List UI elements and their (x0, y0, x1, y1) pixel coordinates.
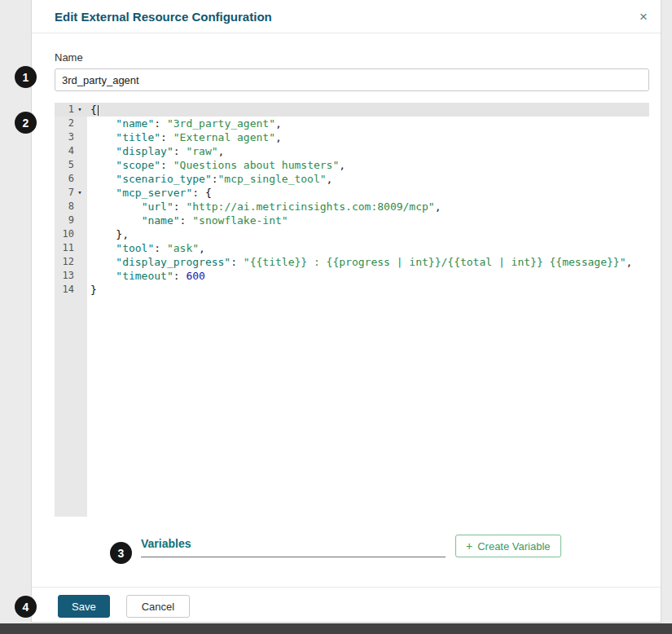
save-button[interactable]: Save (58, 595, 110, 618)
line-number-gutter: 6 (55, 172, 87, 186)
name-input[interactable] (55, 68, 649, 91)
editor-line[interactable]: 13 "timeout": 600 (55, 269, 649, 283)
close-icon[interactable]: × (639, 10, 648, 24)
code-line-text: { (87, 103, 99, 117)
editor-line[interactable]: 14} (55, 283, 649, 297)
line-number-gutter: 2 (55, 117, 87, 130)
code-line-text: "title": "External agent", (87, 130, 282, 144)
line-number: 6 (55, 172, 74, 186)
bottom-window-edge (0, 623, 672, 634)
dialog-footer: Save Cancel (32, 587, 661, 618)
line-number-gutter: 1▾ (55, 103, 87, 117)
callout-badge-2: 2 (15, 112, 37, 134)
code-line-text: "url": "http://ai.metricinsights.com:800… (87, 200, 441, 214)
code-line-text: "timeout": 600 (87, 269, 205, 283)
dialog-body: Name 1▾{2 "name": "3rd_party_agent",3 "t… (32, 33, 661, 557)
editor-line[interactable]: 12 "display_progress": "{{title}} : {{pr… (55, 255, 649, 269)
line-number: 12 (55, 255, 74, 269)
code-line-text: "display": "raw", (87, 144, 224, 158)
line-number: 4 (55, 144, 74, 158)
dialog-header: Edit External Resource Configuration × (32, 0, 661, 33)
line-number: 13 (55, 269, 74, 283)
line-number-gutter: 8 (55, 200, 87, 214)
variables-section: Variables + Create Variable (141, 535, 649, 557)
create-variable-label: Create Variable (477, 540, 550, 553)
line-number-gutter: 9 (55, 214, 87, 227)
callout-badge-4: 4 (15, 596, 37, 618)
editor-line[interactable]: 10 }, (55, 227, 649, 241)
line-number: 7 (55, 186, 74, 200)
editor-line[interactable]: 9 "name": "snowflake-int" (55, 214, 649, 227)
fold-arrow-icon[interactable]: ▾ (74, 186, 86, 200)
line-number-gutter: 14 (55, 283, 87, 297)
code-line-text: } (87, 283, 97, 297)
code-line-text: "name": "snowflake-int" (87, 214, 288, 227)
line-number-gutter: 4 (55, 144, 87, 158)
code-line-text: "scenario_type":"mcp_single_tool", (87, 172, 332, 186)
editor-line[interactable]: 6 "scenario_type":"mcp_single_tool", (55, 172, 649, 186)
line-number: 9 (55, 214, 74, 227)
code-line-text: "name": "3rd_party_agent", (87, 117, 282, 130)
editor-line[interactable]: 7▾ "mcp_server": { (55, 186, 649, 200)
code-line-text: "mcp_server": { (87, 186, 212, 200)
dialog-title: Edit External Resource Configuration (55, 10, 272, 24)
plus-icon: + (466, 540, 472, 552)
line-number-gutter: 3 (55, 130, 87, 144)
editor-line[interactable]: 5 "scope": "Questions about humsters", (55, 158, 649, 172)
callout-badge-3: 3 (110, 542, 132, 564)
text-cursor (98, 105, 99, 116)
line-number: 10 (55, 227, 74, 241)
variables-label: Variables (141, 537, 191, 550)
editor-lines: 1▾{2 "name": "3rd_party_agent",3 "title"… (55, 103, 649, 297)
fold-arrow-icon[interactable]: ▾ (74, 103, 86, 117)
code-line-text: }, (87, 227, 129, 241)
line-number: 5 (55, 158, 74, 172)
cancel-button[interactable]: Cancel (126, 595, 190, 618)
create-variable-button[interactable]: + Create Variable (455, 535, 561, 557)
editor-line[interactable]: 11 "tool": "ask", (55, 241, 649, 255)
line-number: 3 (55, 130, 74, 144)
name-label: Name (55, 51, 649, 64)
editor-line[interactable]: 1▾{ (55, 103, 649, 117)
callout-badge-1: 1 (15, 66, 37, 88)
line-number-gutter: 7▾ (55, 186, 87, 200)
editor-line[interactable]: 2 "name": "3rd_party_agent", (55, 117, 649, 130)
code-line-text: "tool": "ask", (87, 241, 205, 255)
editor-line[interactable]: 4 "display": "raw", (55, 144, 649, 158)
line-number-gutter: 12 (55, 255, 87, 269)
json-config-editor[interactable]: 1▾{2 "name": "3rd_party_agent",3 "title"… (55, 103, 649, 517)
code-line-text: "display_progress": "{{title}} : {{progr… (87, 255, 632, 269)
line-number: 8 (55, 200, 74, 214)
line-number-gutter: 11 (55, 241, 87, 255)
edit-external-resource-dialog: Edit External Resource Configuration × N… (31, 0, 661, 623)
code-line-text: "scope": "Questions about humsters", (87, 158, 345, 172)
line-number: 2 (55, 117, 74, 130)
variables-header: Variables (141, 536, 446, 557)
line-number: 1 (55, 103, 74, 117)
editor-line[interactable]: 3 "title": "External agent", (55, 130, 649, 144)
line-number-gutter: 5 (55, 158, 87, 172)
line-number: 14 (55, 283, 74, 297)
line-number: 11 (55, 241, 74, 255)
editor-line[interactable]: 8 "url": "http://ai.metricinsights.com:8… (55, 200, 649, 214)
line-number-gutter: 10 (55, 227, 87, 241)
line-number-gutter: 13 (55, 269, 87, 283)
